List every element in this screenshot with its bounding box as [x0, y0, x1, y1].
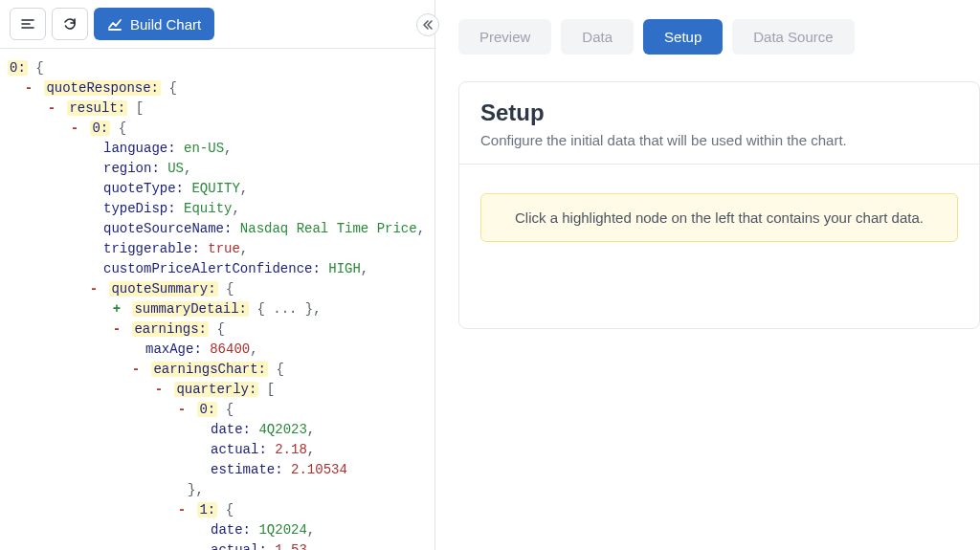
tab-data-source[interactable]: Data Source [732, 19, 854, 55]
align-left-icon [20, 16, 35, 32]
json-key[interactable]: date: [211, 522, 251, 538]
tab-setup[interactable]: Setup [643, 19, 723, 55]
json-value: 86400 [210, 341, 250, 357]
json-key[interactable]: typeDisp: [103, 201, 176, 216]
chart-line-icon [107, 16, 122, 32]
toggle-expand[interactable]: + [111, 299, 122, 319]
json-tree[interactable]: 0: { - quoteResponse: { - result: [ - 0:… [0, 49, 434, 550]
tabs: Preview Data Setup Data Source [458, 19, 980, 55]
json-value: US [167, 161, 184, 176]
chevron-double-left-icon [422, 19, 434, 31]
toggle-collapse[interactable]: - [88, 279, 100, 299]
json-key[interactable]: quoteType: [103, 181, 184, 196]
json-value: Equity [184, 201, 232, 216]
setup-card: Setup Configure the initial data that wi… [458, 81, 980, 329]
json-key[interactable]: 0: [197, 402, 217, 417]
json-key[interactable]: quoteSummary: [109, 281, 217, 297]
json-key[interactable]: customPriceAlertConfidence: [103, 261, 321, 276]
json-key[interactable]: region: [103, 161, 160, 176]
json-value: 2.10534 [291, 462, 347, 477]
setup-subtitle: Configure the initial data that will be … [480, 132, 958, 148]
json-value: 2.18 [275, 442, 307, 457]
toggle-collapse[interactable]: - [153, 380, 165, 400]
left-panel: Build Chart 0: { - quoteResponse: { - re… [0, 0, 435, 550]
right-panel: Preview Data Setup Data Source Setup Con… [435, 0, 980, 550]
json-value: 1.53 [275, 542, 307, 550]
json-value: HIGH [328, 261, 361, 276]
toggle-collapse[interactable]: - [69, 119, 80, 139]
json-value: en-US [184, 141, 224, 156]
json-value: 4Q2023 [258, 422, 306, 437]
toggle-collapse[interactable]: - [176, 400, 188, 420]
json-key[interactable]: 0: [90, 121, 110, 136]
collapsed-placeholder: { ... } [256, 301, 313, 317]
json-key[interactable]: quoteResponse: [44, 80, 161, 96]
card-header: Setup Configure the initial data that wi… [459, 82, 979, 165]
json-key[interactable]: result: [67, 100, 127, 116]
refresh-icon [62, 16, 78, 32]
toolbar: Build Chart [0, 0, 434, 49]
json-key[interactable]: 0: [8, 60, 28, 76]
json-key[interactable]: quarterly: [174, 382, 258, 397]
build-chart-button[interactable]: Build Chart [94, 8, 214, 40]
refresh-button[interactable] [52, 8, 88, 40]
collapse-panel-button[interactable] [416, 13, 435, 36]
json-key[interactable]: language: [103, 141, 176, 156]
json-key[interactable]: actual: [211, 542, 267, 550]
json-value: 1Q2024 [258, 522, 306, 538]
json-key[interactable]: quoteSourceName: [103, 221, 232, 236]
json-key[interactable]: earningsChart: [151, 362, 268, 377]
setup-title: Setup [480, 99, 958, 126]
json-key[interactable]: maxAge: [145, 341, 202, 357]
toggle-collapse[interactable]: - [23, 78, 34, 99]
json-key[interactable]: actual: [211, 442, 267, 457]
menu-button[interactable] [10, 8, 46, 40]
json-key[interactable]: date: [211, 422, 251, 437]
json-key[interactable]: earnings: [132, 321, 209, 337]
json-key[interactable]: summaryDetail: [132, 301, 249, 317]
toggle-collapse[interactable]: - [46, 99, 57, 119]
json-key[interactable]: triggerable: [103, 241, 200, 256]
toggle-collapse[interactable]: - [130, 360, 142, 380]
json-value: EQUITY [191, 181, 239, 196]
tab-preview[interactable]: Preview [458, 19, 551, 55]
json-key[interactable]: estimate: [211, 462, 283, 477]
build-chart-label: Build Chart [130, 16, 201, 33]
json-value: Nasdaq Real Time Price [240, 221, 417, 236]
setup-hint-alert: Click a highlighted node on the left tha… [480, 193, 958, 242]
json-value: true [208, 241, 240, 256]
toggle-collapse[interactable]: - [111, 319, 122, 340]
toggle-collapse[interactable]: - [176, 500, 188, 520]
json-key[interactable]: 1: [197, 502, 217, 517]
tab-data[interactable]: Data [561, 19, 634, 55]
card-body: Click a highlighted node on the left tha… [459, 165, 979, 328]
